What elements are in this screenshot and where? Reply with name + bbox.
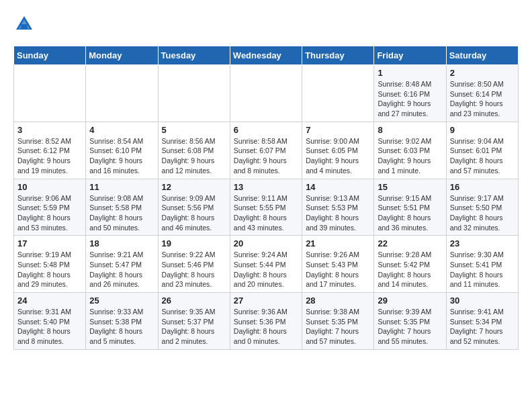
day-info: Sunrise: 9:39 AM Sunset: 5:35 PM Dayligh… (378, 307, 442, 347)
day-info: Sunrise: 8:56 AM Sunset: 6:08 PM Dayligh… (162, 136, 226, 176)
calendar-cell: 21Sunrise: 9:26 AM Sunset: 5:43 PM Dayli… (302, 236, 374, 293)
weekday-header-sunday: Sunday (14, 46, 86, 65)
weekday-header-tuesday: Tuesday (158, 46, 230, 65)
calendar-cell: 15Sunrise: 9:15 AM Sunset: 5:51 PM Dayli… (374, 179, 446, 236)
day-info: Sunrise: 9:04 AM Sunset: 6:01 PM Dayligh… (450, 136, 515, 176)
day-number: 26 (162, 295, 226, 306)
week-row-5: 24Sunrise: 9:31 AM Sunset: 5:40 PM Dayli… (14, 293, 519, 350)
day-number: 12 (162, 182, 226, 192)
weekday-header-saturday: Saturday (446, 46, 518, 65)
calendar-cell (302, 65, 374, 122)
day-number: 6 (234, 125, 298, 135)
day-info: Sunrise: 9:19 AM Sunset: 5:48 PM Dayligh… (17, 250, 82, 289)
day-info: Sunrise: 9:02 AM Sunset: 6:03 PM Dayligh… (378, 136, 442, 176)
calendar-cell: 29Sunrise: 9:39 AM Sunset: 5:35 PM Dayli… (374, 293, 446, 350)
day-number: 17 (17, 238, 82, 248)
day-info: Sunrise: 8:50 AM Sunset: 6:14 PM Dayligh… (450, 79, 515, 119)
day-number: 4 (89, 125, 154, 135)
day-info: Sunrise: 8:58 AM Sunset: 6:07 PM Dayligh… (234, 136, 298, 176)
calendar-cell: 18Sunrise: 9:21 AM Sunset: 5:47 PM Dayli… (86, 236, 158, 293)
day-number: 29 (378, 295, 442, 306)
day-info: Sunrise: 9:06 AM Sunset: 5:59 PM Dayligh… (17, 193, 82, 233)
day-number: 8 (378, 125, 442, 135)
day-info: Sunrise: 9:35 AM Sunset: 5:37 PM Dayligh… (162, 307, 226, 347)
calendar-cell: 3Sunrise: 8:52 AM Sunset: 6:12 PM Daylig… (14, 122, 86, 179)
day-info: Sunrise: 9:33 AM Sunset: 5:38 PM Dayligh… (89, 307, 154, 347)
calendar-cell: 14Sunrise: 9:13 AM Sunset: 5:53 PM Dayli… (302, 179, 374, 236)
day-info: Sunrise: 9:26 AM Sunset: 5:43 PM Dayligh… (306, 250, 370, 289)
day-number: 3 (17, 125, 82, 135)
day-number: 9 (450, 125, 515, 135)
logo-icon (13, 13, 35, 35)
logo (13, 13, 39, 35)
weekday-header-row: SundayMondayTuesdayWednesdayThursdayFrid… (14, 46, 519, 65)
day-number: 13 (234, 182, 298, 192)
calendar: SundayMondayTuesdayWednesdayThursdayFrid… (13, 46, 519, 350)
day-number: 16 (450, 182, 515, 192)
calendar-cell: 13Sunrise: 9:11 AM Sunset: 5:55 PM Dayli… (230, 179, 302, 236)
calendar-cell (14, 65, 86, 122)
calendar-cell: 4Sunrise: 8:54 AM Sunset: 6:10 PM Daylig… (86, 122, 158, 179)
day-number: 15 (378, 182, 442, 192)
day-number: 18 (89, 238, 154, 248)
calendar-cell: 24Sunrise: 9:31 AM Sunset: 5:40 PM Dayli… (14, 293, 86, 350)
weekday-header-friday: Friday (374, 46, 446, 65)
day-info: Sunrise: 8:48 AM Sunset: 6:16 PM Dayligh… (378, 79, 442, 119)
day-number: 10 (17, 182, 82, 192)
day-info: Sunrise: 9:09 AM Sunset: 5:56 PM Dayligh… (162, 193, 226, 233)
calendar-cell (230, 65, 302, 122)
week-row-4: 17Sunrise: 9:19 AM Sunset: 5:48 PM Dayli… (14, 236, 519, 293)
day-info: Sunrise: 9:17 AM Sunset: 5:50 PM Dayligh… (450, 193, 515, 233)
calendar-cell: 1Sunrise: 8:48 AM Sunset: 6:16 PM Daylig… (374, 65, 446, 122)
weekday-header-monday: Monday (86, 46, 158, 65)
calendar-cell (158, 65, 230, 122)
day-info: Sunrise: 9:36 AM Sunset: 5:36 PM Dayligh… (234, 307, 298, 347)
calendar-cell: 22Sunrise: 9:28 AM Sunset: 5:42 PM Dayli… (374, 236, 446, 293)
day-number: 19 (162, 238, 226, 248)
calendar-cell: 28Sunrise: 9:38 AM Sunset: 5:35 PM Dayli… (302, 293, 374, 350)
calendar-cell: 23Sunrise: 9:30 AM Sunset: 5:41 PM Dayli… (446, 236, 518, 293)
calendar-cell: 7Sunrise: 9:00 AM Sunset: 6:05 PM Daylig… (302, 122, 374, 179)
weekday-header-thursday: Thursday (302, 46, 374, 65)
day-info: Sunrise: 9:31 AM Sunset: 5:40 PM Dayligh… (17, 307, 82, 347)
calendar-cell: 19Sunrise: 9:22 AM Sunset: 5:46 PM Dayli… (158, 236, 230, 293)
calendar-cell: 26Sunrise: 9:35 AM Sunset: 5:37 PM Dayli… (158, 293, 230, 350)
calendar-cell: 2Sunrise: 8:50 AM Sunset: 6:14 PM Daylig… (446, 65, 518, 122)
day-number: 7 (306, 125, 370, 135)
day-info: Sunrise: 9:24 AM Sunset: 5:44 PM Dayligh… (234, 250, 298, 289)
day-info: Sunrise: 9:30 AM Sunset: 5:41 PM Dayligh… (450, 250, 515, 289)
day-info: Sunrise: 9:15 AM Sunset: 5:51 PM Dayligh… (378, 193, 442, 233)
day-number: 1 (378, 68, 442, 78)
calendar-cell: 16Sunrise: 9:17 AM Sunset: 5:50 PM Dayli… (446, 179, 518, 236)
page: SundayMondayTuesdayWednesdayThursdayFrid… (0, 0, 532, 357)
header (13, 13, 519, 35)
day-number: 23 (450, 238, 515, 248)
day-number: 28 (306, 295, 370, 306)
calendar-cell (86, 65, 158, 122)
day-info: Sunrise: 9:41 AM Sunset: 5:34 PM Dayligh… (450, 307, 515, 347)
day-info: Sunrise: 9:08 AM Sunset: 5:58 PM Dayligh… (89, 193, 154, 233)
calendar-cell: 11Sunrise: 9:08 AM Sunset: 5:58 PM Dayli… (86, 179, 158, 236)
day-info: Sunrise: 9:21 AM Sunset: 5:47 PM Dayligh… (89, 250, 154, 289)
day-number: 5 (162, 125, 226, 135)
calendar-cell: 5Sunrise: 8:56 AM Sunset: 6:08 PM Daylig… (158, 122, 230, 179)
day-number: 20 (234, 238, 298, 248)
day-info: Sunrise: 9:00 AM Sunset: 6:05 PM Dayligh… (306, 136, 370, 176)
calendar-cell: 25Sunrise: 9:33 AM Sunset: 5:38 PM Dayli… (86, 293, 158, 350)
day-info: Sunrise: 9:11 AM Sunset: 5:55 PM Dayligh… (234, 193, 298, 233)
calendar-cell: 9Sunrise: 9:04 AM Sunset: 6:01 PM Daylig… (446, 122, 518, 179)
calendar-cell: 20Sunrise: 9:24 AM Sunset: 5:44 PM Dayli… (230, 236, 302, 293)
week-row-3: 10Sunrise: 9:06 AM Sunset: 5:59 PM Dayli… (14, 179, 519, 236)
day-number: 24 (17, 295, 82, 306)
day-number: 2 (450, 68, 515, 78)
day-info: Sunrise: 9:22 AM Sunset: 5:46 PM Dayligh… (162, 250, 226, 289)
calendar-cell: 17Sunrise: 9:19 AM Sunset: 5:48 PM Dayli… (14, 236, 86, 293)
day-number: 14 (306, 182, 370, 192)
day-number: 21 (306, 238, 370, 248)
day-number: 27 (234, 295, 298, 306)
day-info: Sunrise: 9:38 AM Sunset: 5:35 PM Dayligh… (306, 307, 370, 347)
day-number: 22 (378, 238, 442, 248)
calendar-cell: 12Sunrise: 9:09 AM Sunset: 5:56 PM Dayli… (158, 179, 230, 236)
calendar-cell: 27Sunrise: 9:36 AM Sunset: 5:36 PM Dayli… (230, 293, 302, 350)
calendar-cell: 8Sunrise: 9:02 AM Sunset: 6:03 PM Daylig… (374, 122, 446, 179)
